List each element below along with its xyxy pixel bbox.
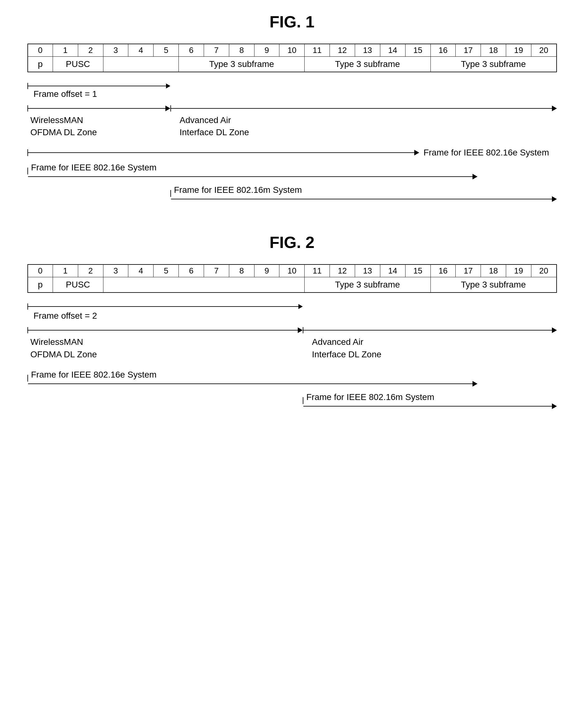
fig1-section: FIG. 1 0 1 2 3 4 5 6 7 8 9 10 11 12 13 1… — [19, 12, 565, 202]
fig1-zone1-line — [27, 105, 170, 111]
fig2-content-row: p PUSC Type 3 subframe Type 3 subframe — [28, 277, 557, 293]
fig1-p-cell: p — [28, 57, 53, 72]
fig2-n6: 6 — [179, 264, 204, 277]
fig2-n3: 3 — [103, 264, 128, 277]
fig2-zone1-line — [27, 327, 303, 333]
fig2-zone-arrows: WirelessMAN OFDMA DL Zone Advanced Air I… — [27, 327, 557, 360]
fig1-n14: 14 — [380, 44, 405, 57]
fig1-table: 0 1 2 3 4 5 6 7 8 9 10 11 12 13 14 15 16… — [27, 44, 557, 72]
fig1-n7: 7 — [204, 44, 229, 57]
fig1-n4: 4 — [128, 44, 154, 57]
fig1-zone2-label: Advanced Air Interface DL Zone — [170, 114, 557, 138]
fig2-section: FIG. 2 0 1 2 3 4 5 6 7 8 9 10 11 12 13 1… — [19, 233, 565, 409]
fig1-n10: 10 — [280, 44, 304, 57]
fig2-n18: 18 — [481, 264, 506, 277]
fig2-table: 0 1 2 3 4 5 6 7 8 9 10 11 12 13 14 15 16… — [27, 264, 557, 293]
fig2-n12: 12 — [330, 264, 355, 277]
fig1-n19: 19 — [506, 44, 531, 57]
fig2-n19: 19 — [506, 264, 531, 277]
fig2-n20: 20 — [531, 264, 556, 277]
fig1-n11: 11 — [304, 44, 330, 57]
fig1-title: FIG. 1 — [19, 12, 565, 31]
fig2-pusc-cell: PUSC — [53, 277, 103, 293]
fig1-zone-arrows: WirelessMAN OFDMA DL Zone Advanced Air I… — [27, 105, 557, 138]
fig1-ieee16e-row: Frame for IEEE 802.16e System — [27, 163, 557, 179]
fig1-n0: 0 — [28, 44, 53, 57]
fig2-zone1: WirelessMAN OFDMA DL Zone — [27, 327, 303, 360]
fig1-n17: 17 — [456, 44, 481, 57]
fig2-n8: 8 — [229, 264, 254, 277]
fig1-pusc-cell: PUSC — [53, 57, 103, 72]
fig1-n3: 3 — [103, 44, 128, 57]
fig2-n1: 1 — [53, 264, 78, 277]
fig1-n20: 20 — [531, 44, 556, 57]
fig1-offset-container: Frame offset = 1 — [27, 74, 557, 99]
fig1-type3-1: Type 3 subframe — [179, 57, 304, 72]
fig2-zone2-line — [303, 327, 557, 333]
fig1-n6: 6 — [179, 44, 204, 57]
fig2-zone1-label: WirelessMAN OFDMA DL Zone — [27, 336, 303, 360]
fig2-n5: 5 — [154, 264, 179, 277]
fig1-content-row: p PUSC Type 3 subframe Type 3 subframe T… — [28, 57, 557, 72]
fig1-ieee16m-row: Frame for IEEE 802.16m System — [27, 185, 557, 202]
fig2-zone2-label: Advanced Air Interface DL Zone — [303, 336, 557, 360]
fig1-n18: 18 — [481, 44, 506, 57]
fig2-diagram: 0 1 2 3 4 5 6 7 8 9 10 11 12 13 14 15 16… — [27, 264, 557, 409]
fig2-n7: 7 — [204, 264, 229, 277]
fig1-n1: 1 — [53, 44, 78, 57]
fig2-n14: 14 — [380, 264, 405, 277]
fig1-n5: 5 — [154, 44, 179, 57]
fig2-n11: 11 — [304, 264, 330, 277]
fig1-frame-offset-label: Frame offset = 1 — [27, 89, 557, 99]
fig1-zone2: Advanced Air Interface DL Zone — [170, 105, 557, 138]
fig2-ieee16e-label: Frame for IEEE 802.16e System — [28, 370, 477, 381]
fig2-n15: 15 — [405, 264, 430, 277]
fig2-offset-arrow — [27, 304, 303, 310]
fig2-n0: 0 — [28, 264, 53, 277]
fig1-sys1-arrow: Frame for IEEE 802.16e System — [27, 148, 557, 158]
fig2-n10: 10 — [280, 264, 304, 277]
fig1-n8: 8 — [229, 44, 254, 57]
fig2-number-row: 0 1 2 3 4 5 6 7 8 9 10 11 12 13 14 15 16… — [28, 264, 557, 277]
fig1-ieee16m-label: Frame for IEEE 802.16m System — [171, 185, 557, 196]
fig2-empty1 — [103, 277, 304, 293]
fig2-type3-2: Type 3 subframe — [430, 277, 557, 293]
fig2-type3-1: Type 3 subframe — [304, 277, 430, 293]
fig2-n13: 13 — [355, 264, 380, 277]
fig1-sys1-label: Frame for IEEE 802.16e System — [419, 148, 549, 158]
fig2-n2: 2 — [78, 264, 103, 277]
fig1-zone1-label: WirelessMAN OFDMA DL Zone — [27, 114, 170, 138]
fig2-zone2: Advanced Air Interface DL Zone — [303, 327, 557, 360]
fig1-zone1: WirelessMAN OFDMA DL Zone — [27, 105, 170, 138]
fig1-type3-2: Type 3 subframe — [304, 57, 430, 72]
fig2-frame-offset-label: Frame offset = 2 — [27, 311, 557, 321]
fig1-n13: 13 — [355, 44, 380, 57]
fig1-n16: 16 — [430, 44, 456, 57]
fig1-n12: 12 — [330, 44, 355, 57]
fig2-n16: 16 — [430, 264, 456, 277]
fig2-offset-container: Frame offset = 2 — [27, 295, 557, 321]
fig1-n2: 2 — [78, 44, 103, 57]
fig2-ieee16e-row: Frame for IEEE 802.16e System — [27, 370, 557, 387]
fig1-zone2-line — [170, 105, 557, 111]
fig2-title: FIG. 2 — [19, 233, 565, 252]
fig2-n17: 17 — [456, 264, 481, 277]
fig1-offset-arrow — [27, 83, 170, 89]
fig2-ieee16m-row: Frame for IEEE 802.16m System — [27, 392, 557, 409]
fig2-n4: 4 — [128, 264, 154, 277]
fig1-n15: 15 — [405, 44, 430, 57]
fig1-diagram: 0 1 2 3 4 5 6 7 8 9 10 11 12 13 14 15 16… — [27, 44, 557, 202]
fig1-ieee16e-label: Frame for IEEE 802.16e System — [28, 163, 477, 174]
fig1-number-row: 0 1 2 3 4 5 6 7 8 9 10 11 12 13 14 15 16… — [28, 44, 557, 57]
fig2-ieee16m-label: Frame for IEEE 802.16m System — [303, 392, 557, 404]
fig1-type3-3: Type 3 subframe — [430, 57, 557, 72]
fig2-p-cell: p — [28, 277, 53, 293]
fig1-empty1 — [103, 57, 179, 72]
fig1-n9: 9 — [254, 44, 280, 57]
fig2-n9: 9 — [254, 264, 280, 277]
